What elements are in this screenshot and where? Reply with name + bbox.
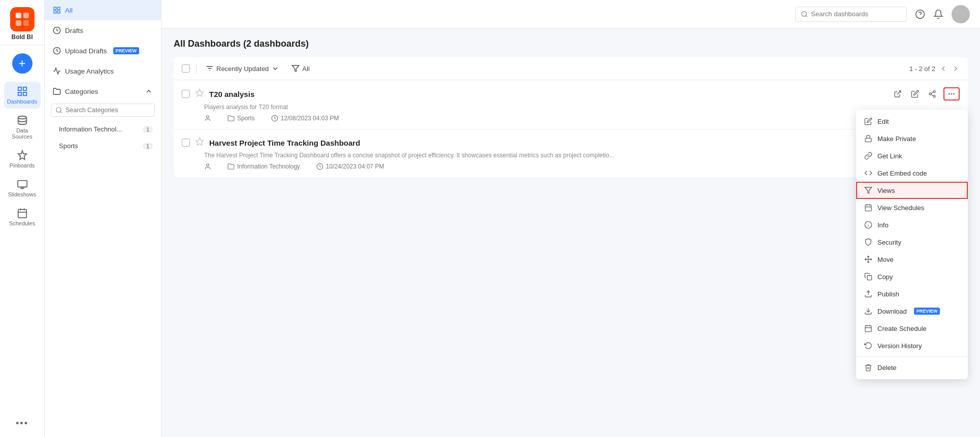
icon-bar: Bold BI + Dashboards Data Sources Pinboa… <box>0 0 45 437</box>
sidebar-item-drafts[interactable]: Drafts <box>45 20 161 41</box>
category-info-tech-count: 1 <box>143 126 153 133</box>
dashboard-item-t20[interactable]: T20 analysis <box>174 80 968 129</box>
categories-header[interactable]: Categories <box>45 81 161 102</box>
menu-copy-label: Copy <box>877 273 893 281</box>
category-item-sports[interactable]: Sports 1 <box>45 138 161 154</box>
star-icon-harvest[interactable] <box>195 137 204 148</box>
item-checkbox-harvest[interactable] <box>182 139 190 147</box>
svg-point-17 <box>56 108 61 112</box>
avatar[interactable] <box>952 5 970 23</box>
sidebar-usage-analytics-label: Usage Analytics <box>65 68 114 75</box>
sort-icon <box>206 64 214 73</box>
menu-item-views[interactable]: Views <box>856 182 968 199</box>
sidebar-header: All Drafts Upload Drafts PREVIEW Usage A… <box>45 0 161 81</box>
search-box <box>795 7 907 22</box>
menu-item-get-embed[interactable]: Get Embed code <box>856 164 968 182</box>
more-icon <box>948 90 956 98</box>
category-sports-label: Sports <box>59 142 78 150</box>
history-icon <box>864 342 872 350</box>
edit-icon <box>911 90 919 98</box>
menu-item-version-history[interactable]: Version History <box>856 337 968 354</box>
menu-item-make-private[interactable]: Make Private <box>856 130 968 147</box>
content-header: All Dashboards (2 dashboards) <box>174 39 968 49</box>
svg-point-34 <box>207 116 209 118</box>
dashboard-title-t20: T20 analysis <box>209 90 887 98</box>
sort-button[interactable]: Recently Updated <box>203 62 282 75</box>
svg-marker-24 <box>196 89 204 96</box>
svg-rect-3 <box>23 20 29 26</box>
select-all-checkbox[interactable] <box>182 64 190 73</box>
edit-button-t20[interactable] <box>909 88 921 100</box>
svg-rect-14 <box>57 11 60 13</box>
nav-item-data-sources[interactable]: Data Sources <box>4 111 41 144</box>
app-logo <box>10 7 35 31</box>
menu-item-view-schedules[interactable]: View Schedules <box>856 199 968 216</box>
meta-category-harvest: Information Technology <box>227 163 300 170</box>
menu-item-copy[interactable]: Copy <box>856 268 968 285</box>
menu-item-info[interactable]: Info <box>856 216 968 233</box>
menu-create-schedule-label: Create Schedule <box>877 325 927 332</box>
code-icon <box>864 169 872 177</box>
nav-data-sources-label: Data Sources <box>6 127 39 140</box>
menu-item-get-link[interactable]: Get Link <box>856 147 968 164</box>
help-icon[interactable] <box>915 9 925 19</box>
svg-point-26 <box>933 90 935 92</box>
category-sports-count: 1 <box>143 143 153 150</box>
nav-item-dashboards[interactable]: Dashboards <box>4 82 41 109</box>
menu-item-edit[interactable]: Edit <box>856 113 968 130</box>
svg-rect-57 <box>867 276 872 280</box>
calendar-icon <box>864 204 872 212</box>
lock-icon <box>864 135 872 143</box>
add-button[interactable]: + <box>12 53 32 74</box>
prev-page-icon[interactable] <box>939 64 948 73</box>
nav-more[interactable]: ••• <box>16 418 28 429</box>
svg-rect-60 <box>865 326 871 332</box>
nav-item-schedules[interactable]: Schedules <box>4 204 41 230</box>
filter-menu-icon <box>864 186 872 194</box>
move-icon <box>864 255 872 263</box>
svg-rect-5 <box>23 87 26 90</box>
menu-item-move[interactable]: Move <box>856 251 968 268</box>
search-categories-input[interactable] <box>66 107 150 114</box>
svg-rect-9 <box>17 181 26 187</box>
star-icon-t20[interactable] <box>195 88 204 99</box>
pagination-text: 1 - 2 of 2 <box>909 65 935 73</box>
bell-icon[interactable] <box>933 9 943 19</box>
content-area: All Dashboards (2 dashboards) Recently U… <box>161 28 980 437</box>
svg-point-28 <box>933 95 935 97</box>
context-menu: Edit Make Private Get Link <box>856 110 968 379</box>
download-badge: PREVIEW <box>914 308 940 315</box>
nav-item-slideshows[interactable]: Slideshows <box>4 175 41 201</box>
menu-item-publish[interactable]: Publish <box>856 285 968 302</box>
meta-author-t20 <box>204 115 211 122</box>
menu-view-schedules-label: View Schedules <box>877 204 924 212</box>
more-button-t20[interactable] <box>943 87 960 100</box>
category-item-info-tech[interactable]: Information Technol... 1 <box>45 121 161 138</box>
shield-icon <box>864 238 872 246</box>
menu-get-embed-label: Get Embed code <box>877 170 927 177</box>
open-button-t20[interactable] <box>892 88 904 100</box>
chevron-down-icon <box>271 64 279 73</box>
filter-button[interactable]: All <box>288 62 312 75</box>
nav-item-pinboards[interactable]: Pinboards <box>4 146 41 173</box>
menu-item-delete[interactable]: Delete <box>856 359 968 376</box>
toolbar: Recently Updated All 1 - 2 of 2 <box>174 57 968 80</box>
menu-get-link-label: Get Link <box>877 152 902 160</box>
menu-item-download[interactable]: Download PREVIEW <box>856 302 968 320</box>
search-dashboards-input[interactable] <box>811 10 901 18</box>
next-page-icon[interactable] <box>952 64 960 73</box>
menu-views-label: Views <box>877 187 895 194</box>
menu-item-security[interactable]: Security <box>856 233 968 251</box>
svg-point-27 <box>929 93 931 95</box>
sidebar: All Drafts Upload Drafts PREVIEW Usage A… <box>45 0 161 437</box>
sidebar-item-all[interactable]: All <box>45 0 161 20</box>
sidebar-item-usage-analytics[interactable]: Usage Analytics <box>45 61 161 81</box>
share-button-t20[interactable] <box>926 88 938 100</box>
item-checkbox-t20[interactable] <box>182 90 190 98</box>
menu-item-create-schedule[interactable]: Create Schedule <box>856 320 968 337</box>
dashboard-item-harvest[interactable]: Harvest Project Time Tracking Dashboard <box>174 129 968 177</box>
sidebar-item-upload-drafts[interactable]: Upload Drafts PREVIEW <box>45 41 161 61</box>
svg-line-20 <box>806 15 807 17</box>
sidebar-upload-drafts-label: Upload Drafts <box>65 47 107 55</box>
dashboard-list: T20 analysis <box>174 80 968 177</box>
